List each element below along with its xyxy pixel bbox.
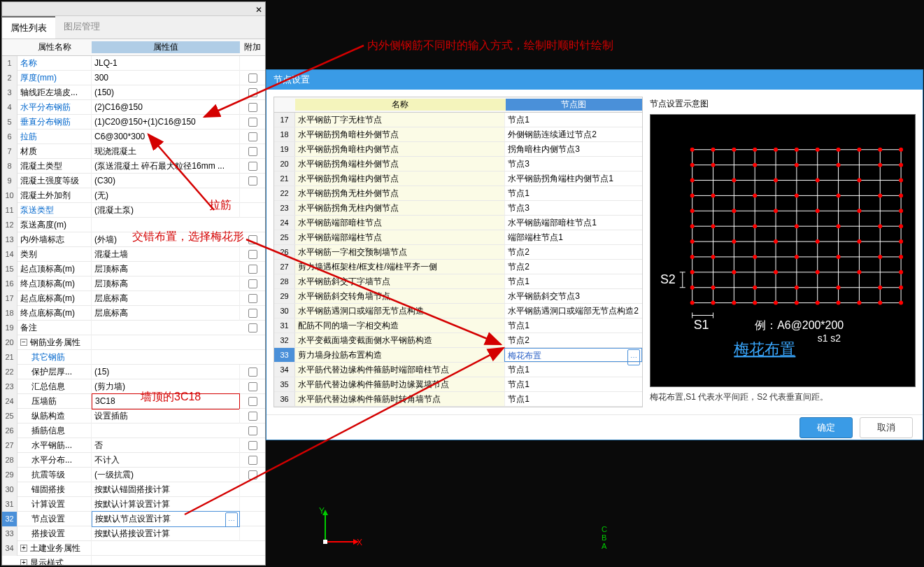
property-row[interactable]: 21其它钢筋	[2, 350, 265, 365]
checkbox[interactable]	[248, 382, 257, 391]
node-row-fig[interactable]: 节点1	[505, 186, 642, 200]
node-row[interactable]: 24水平钢筋端部暗柱节点水平钢筋端部暗柱节点1	[274, 216, 642, 230]
node-row-fig[interactable]: 水平钢筋拐角端柱内侧节点1	[505, 172, 642, 186]
property-row[interactable]: 18终点底标高(m)层底标高	[2, 306, 265, 321]
property-value[interactable]: 混凝土墙	[92, 247, 240, 262]
property-row[interactable]: 34+土建业务属性	[2, 541, 265, 556]
property-value[interactable]: 层顶标高	[92, 262, 240, 276]
property-row[interactable]: 10混凝土外加剂(无)	[2, 188, 265, 203]
checkbox[interactable]	[248, 250, 257, 259]
property-value[interactable]: JLQ-1	[92, 56, 240, 71]
property-value[interactable]: (一级抗震)	[92, 468, 240, 482]
property-row[interactable]: 28水平分布...不计入	[2, 453, 265, 468]
node-row[interactable]: 27剪力墙遇框架柱/框支柱/端柱平齐一侧节点2	[274, 260, 642, 274]
property-row[interactable]: +显示样式	[2, 556, 265, 565]
node-row-fig[interactable]: 节点2	[505, 245, 642, 259]
property-row[interactable]: 1名称JLQ-1	[2, 56, 265, 71]
property-row[interactable]: 9混凝土强度等级(C30)	[2, 174, 265, 188]
collapse-icon[interactable]: −	[20, 339, 27, 346]
property-value[interactable]: (混凝土泵)	[92, 203, 240, 218]
checkbox[interactable]	[248, 132, 257, 141]
property-value[interactable]: C6@300*300	[92, 130, 240, 144]
node-row[interactable]: 34水平筋代替边缘构件箍筋时端部暗柱节点节点1	[274, 363, 642, 377]
node-row-fig[interactable]: 节点1	[505, 274, 642, 288]
property-value[interactable]: 按默认锚固搭接计算	[92, 482, 240, 497]
close-icon[interactable]: ✕	[255, 5, 262, 15]
node-row[interactable]: 26水平钢筋一字相交预制墙节点节点2	[274, 245, 642, 260]
property-row[interactable]: 13内/外墙标志(外墙)	[2, 232, 265, 247]
node-row[interactable]: 33剪力墙身拉筋布置构造梅花布置	[274, 348, 642, 363]
node-row-fig[interactable]: 节点2	[505, 333, 642, 347]
checkbox[interactable]	[248, 294, 257, 303]
checkbox[interactable]	[248, 103, 257, 112]
property-value[interactable]: 层底标高	[92, 306, 240, 321]
property-row[interactable]: 8混凝土类型(泵送混凝土 碎石最大粒径16mm ...	[2, 159, 265, 174]
node-row[interactable]: 21水平钢筋拐角端柱内侧节点水平钢筋拐角端柱内侧节点1	[274, 172, 642, 186]
checkbox[interactable]	[248, 279, 257, 288]
property-row[interactable]: 26插筋信息	[2, 424, 265, 438]
expand-icon[interactable]: +	[20, 545, 27, 552]
property-value[interactable]: 层顶标高	[92, 276, 240, 291]
property-row[interactable]: 29抗震等级(一级抗震)	[2, 468, 265, 482]
checkbox[interactable]	[248, 176, 257, 186]
checkbox[interactable]	[248, 147, 257, 156]
node-row[interactable]: 31配筋不同的墙一字相交构造节点1	[274, 318, 642, 333]
expand-icon[interactable]: +	[20, 559, 27, 565]
property-row[interactable]: 25纵筋构造设置插筋	[2, 409, 265, 424]
property-row[interactable]: 12泵送高度(m)	[2, 218, 265, 232]
tab-properties[interactable]: 属性列表	[2, 16, 55, 38]
checkbox[interactable]	[248, 368, 257, 377]
property-row[interactable]: 24压墙筋3C18	[2, 394, 265, 409]
property-row[interactable]: 31计算设置按默认计算设置计算	[2, 497, 265, 512]
property-row[interactable]: 17起点底标高(m)层底标高	[2, 291, 265, 306]
checkbox[interactable]	[248, 118, 257, 127]
property-value[interactable]: (2)C16@150	[92, 100, 240, 115]
checkbox[interactable]	[248, 426, 257, 435]
property-row[interactable]: 32节点设置按默认节点设置计算	[2, 512, 265, 526]
property-value[interactable]: 300	[92, 71, 240, 85]
property-row[interactable]: 16终点顶标高(m)层顶标高	[2, 276, 265, 291]
node-row[interactable]: 29水平钢筋斜交转角墙节点水平钢筋斜交节点3	[274, 289, 642, 304]
property-value[interactable]: 设置插筋	[92, 409, 240, 424]
node-row-fig[interactable]: 节点1	[505, 392, 642, 406]
checkbox[interactable]	[248, 470, 257, 479]
node-row[interactable]: 28水平钢筋斜交丁字墙节点节点1	[274, 274, 642, 289]
node-row[interactable]: 32水平变截面墙变截面侧水平钢筋构造节点2	[274, 333, 642, 348]
property-row[interactable]: 11泵送类型(混凝土泵)	[2, 203, 265, 218]
node-row-fig[interactable]: 端部端柱节点1	[505, 230, 642, 244]
property-value[interactable]: (1)C20@150+(1)C16@150	[92, 115, 240, 130]
node-row[interactable]: 30水平钢筋遇洞口或端部无节点构造水平钢筋遇洞口或端部无节点构造2	[274, 304, 642, 318]
node-row[interactable]: 25水平钢筋端部端柱节点端部端柱节点1	[274, 230, 642, 245]
property-row[interactable]: 15起点顶标高(m)层顶标高	[2, 262, 265, 276]
property-value[interactable]: (外墙)	[92, 232, 240, 247]
property-value[interactable]: (剪力墙)	[92, 379, 240, 394]
property-value[interactable]: (C30)	[92, 174, 240, 188]
node-row-fig[interactable]: 梅花布置	[504, 348, 642, 362]
property-row[interactable]: 4水平分布钢筋(2)C16@150	[2, 100, 265, 115]
property-row[interactable]: 7材质现浇混凝土	[2, 144, 265, 159]
node-row-fig[interactable]: 节点1	[505, 377, 642, 391]
property-row[interactable]: 23汇总信息(剪力墙)	[2, 379, 265, 394]
property-value[interactable]: (15)	[92, 365, 240, 379]
property-row[interactable]: 14类别混凝土墙	[2, 247, 265, 262]
property-row[interactable]: 2厚度(mm)300	[2, 71, 265, 85]
property-row[interactable]: 19备注	[2, 321, 265, 335]
node-row-fig[interactable]: 节点1	[505, 363, 642, 377]
node-row[interactable]: 17水平钢筋丁字无柱节点节点1	[274, 113, 642, 127]
property-value[interactable]: 按默认搭接设置计算	[92, 526, 240, 541]
property-value[interactable]: (泵送混凝土 碎石最大粒径16mm ...	[92, 159, 240, 174]
property-value[interactable]: 不计入	[92, 453, 240, 468]
node-row[interactable]: 19水平钢筋拐角暗柱内侧节点拐角暗柱内侧节点3	[274, 142, 642, 157]
cancel-button[interactable]: 取消	[860, 417, 913, 438]
property-row[interactable]: 6拉筋C6@300*300	[2, 130, 265, 144]
node-row-fig[interactable]: 水平钢筋斜交节点3	[505, 289, 642, 303]
checkbox[interactable]	[248, 74, 257, 83]
property-row[interactable]: 5垂直分布钢筋(1)C20@150+(1)C16@150	[2, 115, 265, 130]
node-row-fig[interactable]: 节点3	[505, 157, 642, 171]
node-row[interactable]: 22水平钢筋拐角无柱外侧节点节点1	[274, 186, 642, 201]
property-value[interactable]: 按默认节点设置计算	[92, 511, 240, 527]
checkbox[interactable]	[248, 162, 257, 171]
node-row[interactable]: 35水平筋代替边缘构件箍筋时边缘翼墙节点节点1	[274, 377, 642, 392]
checkbox[interactable]	[248, 309, 257, 318]
checkbox[interactable]	[248, 88, 257, 97]
